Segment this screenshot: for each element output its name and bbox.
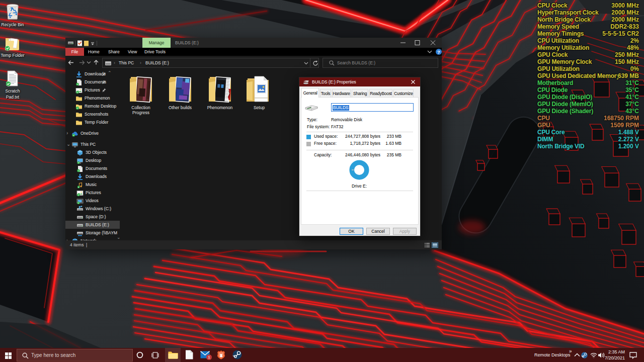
svg-text:?: ? (437, 49, 440, 55)
